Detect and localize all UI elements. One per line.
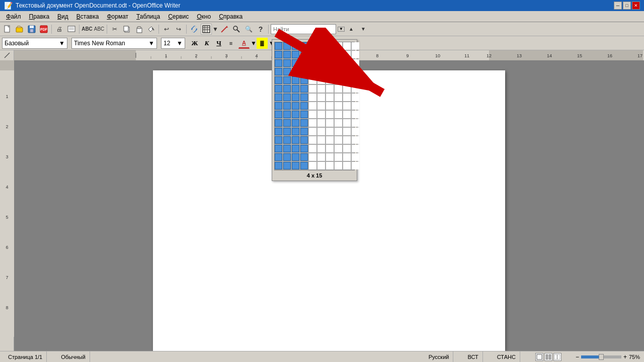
table-grid-cell[interactable] <box>292 68 299 75</box>
find-prev-button[interactable]: ▲ <box>346 24 357 35</box>
find-next-button[interactable]: ▼ <box>358 24 369 35</box>
table-grid-cell[interactable] <box>300 153 308 161</box>
table-grid-cell[interactable] <box>292 42 299 50</box>
font-color-button[interactable]: A <box>238 38 250 49</box>
table-grid-cell[interactable] <box>275 76 282 84</box>
menu-tools[interactable]: Сервис <box>164 12 193 21</box>
record-mode[interactable]: СТАНС <box>493 351 520 362</box>
table-grid-cell[interactable] <box>335 51 342 58</box>
table-grid-cell[interactable] <box>343 94 351 101</box>
menu-window[interactable]: Окно <box>193 12 215 21</box>
table-grid-cell[interactable] <box>352 76 359 84</box>
table-grid-cell[interactable] <box>335 145 342 152</box>
table-grid-cell[interactable] <box>343 136 351 144</box>
menu-insert[interactable]: Вставка <box>72 12 103 21</box>
maximize-button[interactable]: □ <box>623 2 631 10</box>
table-grid-cell[interactable] <box>317 59 325 67</box>
table-grid-cell[interactable] <box>343 145 351 152</box>
table-grid-cell[interactable] <box>283 153 291 161</box>
table-grid-cell[interactable] <box>326 42 334 50</box>
table-grid-cell[interactable] <box>317 42 325 50</box>
table-grid-cell[interactable] <box>300 94 308 101</box>
table-grid-cell[interactable] <box>352 51 359 58</box>
table-grid-cell[interactable] <box>283 76 291 84</box>
table-grid-cell[interactable] <box>343 76 351 84</box>
table-grid-cell[interactable] <box>300 59 308 67</box>
table-grid-cell[interactable] <box>352 68 359 75</box>
table-grid-cell[interactable] <box>352 136 359 144</box>
table-grid-cell[interactable] <box>283 59 291 67</box>
table-grid-cell[interactable] <box>283 85 291 93</box>
table-grid-cell[interactable] <box>343 85 351 93</box>
table-grid-cell[interactable] <box>275 136 282 144</box>
table-grid-cell[interactable] <box>317 128 325 135</box>
table-grid-cell[interactable] <box>309 76 316 84</box>
font-dropdown[interactable]: Times New Roman ▼ <box>71 38 157 49</box>
table-grid-cell[interactable] <box>283 51 291 58</box>
table-grid-cell[interactable] <box>292 119 299 127</box>
table-grid-cell[interactable] <box>309 51 316 58</box>
spellcheck-button[interactable]: ABC <box>82 24 93 35</box>
clone-format-button[interactable] <box>145 24 156 35</box>
table-grid-cell[interactable] <box>275 94 282 101</box>
zoom-out-icon[interactable]: − <box>576 353 579 360</box>
find-down-button[interactable]: ▼ <box>338 27 345 32</box>
table-grid-cell[interactable] <box>309 94 316 101</box>
table-grid-cell[interactable] <box>300 85 308 93</box>
table-grid-cell[interactable] <box>343 111 351 118</box>
zoom-in-icon[interactable]: + <box>623 353 627 360</box>
table-grid-cell[interactable] <box>317 102 325 110</box>
table-grid-cell[interactable] <box>309 68 316 75</box>
table-grid-cell[interactable] <box>309 102 316 110</box>
table-grid-cell[interactable] <box>335 153 342 161</box>
table-grid-cell[interactable] <box>317 85 325 93</box>
table-grid-cell[interactable] <box>343 42 351 50</box>
table-grid-cell[interactable] <box>275 119 282 127</box>
table-grid-cell[interactable] <box>300 145 308 152</box>
table-grid-cell[interactable] <box>275 85 282 93</box>
zoom-button[interactable]: 🔍 <box>243 24 254 35</box>
table-grid-cell[interactable] <box>275 128 282 135</box>
menu-help[interactable]: Справка <box>215 12 247 21</box>
table-grid-cell[interactable] <box>317 76 325 84</box>
table-grid-cell[interactable] <box>352 42 359 50</box>
table-grid-cell[interactable] <box>309 136 316 144</box>
table-grid-cell[interactable] <box>317 136 325 144</box>
table-grid-cell[interactable] <box>275 145 282 152</box>
print-button[interactable]: 🖨 <box>54 24 65 35</box>
bold-button[interactable]: Ж <box>189 38 200 49</box>
table-grid-cell[interactable] <box>309 145 316 152</box>
table-grid-cell[interactable] <box>309 153 316 161</box>
table-grid-cell[interactable] <box>300 51 308 58</box>
export-pdf-button[interactable]: PDF <box>38 24 49 35</box>
table-grid-cell[interactable] <box>326 153 334 161</box>
open-button[interactable] <box>14 24 25 35</box>
minimize-button[interactable]: ─ <box>614 2 622 10</box>
table-grid-cell[interactable] <box>275 102 282 110</box>
table-grid-cell[interactable] <box>283 119 291 127</box>
autocorrect-button[interactable]: ABC <box>94 24 105 35</box>
table-grid-cell[interactable] <box>326 76 334 84</box>
table-grid-cell[interactable] <box>326 162 334 169</box>
menu-format[interactable]: Формат <box>103 12 132 21</box>
insert-mode[interactable]: ВСТ <box>463 351 482 362</box>
table-grid-cell[interactable] <box>335 162 342 169</box>
highlight-button[interactable]: ▓ <box>257 38 268 49</box>
table-grid-cell[interactable] <box>326 59 334 67</box>
table-grid-cell[interactable] <box>300 42 308 50</box>
table-grid-cell[interactable] <box>292 111 299 118</box>
menu-table[interactable]: Таблица <box>132 12 164 21</box>
table-grid-cell[interactable] <box>309 59 316 67</box>
table-grid-cell[interactable] <box>300 111 308 118</box>
redo-button[interactable]: ↪ <box>173 24 184 35</box>
table-grid-cell[interactable] <box>317 94 325 101</box>
table-grid-cell[interactable] <box>352 85 359 93</box>
table-dropdown-arrow[interactable]: ▼ <box>213 24 218 35</box>
table-grid-cell[interactable] <box>326 94 334 101</box>
table-grid-cell[interactable] <box>275 111 282 118</box>
table-grid-cell[interactable] <box>283 136 291 144</box>
save-button[interactable] <box>26 24 37 35</box>
table-grid-cell[interactable] <box>292 128 299 135</box>
table-grid-cell[interactable] <box>292 136 299 144</box>
table-grid-cell[interactable] <box>275 59 282 67</box>
